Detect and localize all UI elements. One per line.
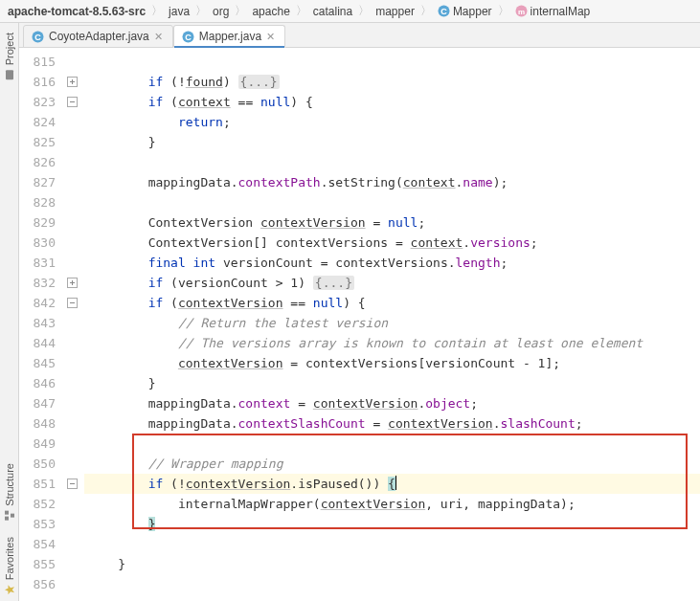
fold-toggle-expanded[interactable]	[67, 97, 78, 107]
svg-rect-6	[5, 511, 9, 515]
breadcrumb-item[interactable]: catalina	[311, 5, 354, 18]
project-icon	[4, 69, 15, 80]
line-number[interactable]: 844	[19, 333, 56, 353]
star-icon	[4, 584, 15, 595]
line-number[interactable]: 846	[19, 373, 56, 393]
svg-text:m: m	[518, 8, 525, 16]
line-number[interactable]: 849	[19, 434, 56, 454]
line-number[interactable]: 824	[19, 112, 56, 132]
line-number[interactable]: 850	[19, 454, 56, 474]
code-line[interactable]	[84, 574, 700, 594]
code-content[interactable]: if (!found) {...} if (context == null) {…	[84, 48, 700, 601]
class-icon: C	[32, 31, 44, 43]
class-icon: C	[438, 5, 450, 17]
tool-tab-project[interactable]: Project	[2, 27, 17, 86]
svg-text:C: C	[34, 33, 41, 42]
code-line[interactable]: // Return the latest version	[84, 313, 700, 333]
breadcrumb-item-method[interactable]: m internalMap	[513, 5, 593, 18]
line-number[interactable]: 827	[19, 172, 56, 192]
editor-tab-mapper[interactable]: C Mapper.java ✕	[173, 25, 285, 48]
code-line[interactable]: // The versions array is known to contai…	[84, 333, 700, 353]
code-line[interactable]: }	[84, 514, 700, 534]
line-number[interactable]: 825	[19, 132, 56, 152]
breadcrumb-item[interactable]: apache	[250, 5, 291, 18]
line-number[interactable]: 853	[19, 514, 56, 534]
line-number-gutter[interactable]: 815 816 823 824 825 826 827 828 829 830 …	[19, 48, 65, 601]
line-number[interactable]: 823	[19, 92, 56, 112]
code-line-current[interactable]: if (!contextVersion.isPaused()) {	[84, 474, 700, 494]
line-number[interactable]: 829	[19, 212, 56, 233]
code-line[interactable]: ContextVersion[] contextVersions = conte…	[84, 233, 700, 253]
fold-toggle-collapsed[interactable]	[67, 77, 78, 87]
code-line[interactable]	[84, 192, 700, 212]
code-line[interactable]: contextVersion = contextVersions[version…	[84, 353, 700, 373]
code-line[interactable]: if (contextVersion == null) {	[84, 293, 700, 313]
fold-toggle-expanded[interactable]	[67, 298, 78, 308]
line-number[interactable]: 856	[19, 574, 56, 594]
line-number[interactable]: 848	[19, 413, 56, 434]
line-number[interactable]: 843	[19, 313, 56, 333]
code-line[interactable]: }	[84, 554, 700, 574]
fold-toggle-expanded[interactable]	[67, 479, 78, 489]
line-number[interactable]: 816	[19, 72, 56, 92]
breadcrumb-sep: 〉	[149, 3, 165, 19]
line-number[interactable]: 855	[19, 554, 56, 574]
tab-label: CoyoteAdapter.java	[49, 30, 149, 43]
code-line[interactable]: if (!found) {...}	[84, 72, 700, 92]
close-icon[interactable]: ✕	[154, 31, 163, 43]
line-number[interactable]: 851	[19, 474, 56, 494]
line-number[interactable]: 826	[19, 152, 56, 172]
code-line[interactable]: // Wrapper mapping	[84, 454, 700, 474]
code-line[interactable]: if (versionCount > 1) {...}	[84, 273, 700, 293]
folded-region[interactable]: {...}	[238, 75, 280, 89]
editor-tab-row: C CoyoteAdapter.java ✕ C Mapper.java ✕	[19, 23, 700, 48]
breadcrumb-item[interactable]: org	[211, 5, 231, 18]
svg-text:C: C	[440, 7, 447, 16]
svg-marker-8	[5, 585, 14, 594]
code-line[interactable]	[84, 152, 700, 172]
svg-rect-7	[11, 514, 14, 518]
breadcrumb-item[interactable]: java	[167, 5, 192, 18]
svg-rect-4	[6, 70, 13, 79]
svg-rect-5	[5, 517, 9, 521]
code-line[interactable]: return;	[84, 112, 700, 132]
code-line[interactable]	[84, 534, 700, 554]
code-line[interactable]: ContextVersion contextVersion = null;	[84, 212, 700, 233]
fold-toggle-collapsed[interactable]	[67, 278, 78, 288]
method-icon: m	[515, 5, 528, 17]
svg-text:C: C	[185, 33, 192, 42]
editor-tab-coyoteadapter[interactable]: C CoyoteAdapter.java ✕	[23, 25, 173, 48]
tool-tab-favorites[interactable]: Favorites	[2, 531, 17, 601]
code-line[interactable]: }	[84, 373, 700, 393]
text-caret	[395, 476, 396, 490]
code-line[interactable]: internalMapWrapper(contextVersion, uri, …	[84, 494, 700, 514]
line-number[interactable]: 831	[19, 253, 56, 273]
line-number[interactable]: 847	[19, 393, 56, 413]
line-number[interactable]: 815	[19, 52, 56, 72]
code-line[interactable]	[84, 434, 700, 454]
folded-region[interactable]: {...}	[313, 276, 354, 290]
line-number[interactable]: 828	[19, 192, 56, 212]
line-number[interactable]: 854	[19, 534, 56, 554]
structure-icon	[4, 510, 15, 522]
code-line[interactable]: }	[84, 132, 700, 152]
code-line[interactable]: mappingData.contextPath.setString(contex…	[84, 172, 700, 192]
line-number[interactable]: 830	[19, 233, 56, 253]
code-editor[interactable]: 815 816 823 824 825 826 827 828 829 830 …	[19, 48, 700, 601]
close-icon[interactable]: ✕	[266, 31, 275, 43]
breadcrumb-item-class[interactable]: C Mapper	[436, 5, 494, 18]
breadcrumb-item-root[interactable]: apache-tomcat-8.5.63-src	[6, 5, 147, 18]
line-number[interactable]: 842	[19, 293, 56, 313]
code-line[interactable]: final int versionCount = contextVersions…	[84, 253, 700, 273]
breadcrumb: apache-tomcat-8.5.63-src 〉 java 〉 org 〉 …	[0, 0, 700, 23]
code-line[interactable]: mappingData.contextSlashCount = contextV…	[84, 413, 700, 434]
line-number[interactable]: 845	[19, 353, 56, 373]
line-number[interactable]: 832	[19, 273, 56, 293]
code-line[interactable]: if (context == null) {	[84, 92, 700, 112]
code-line[interactable]: mappingData.context = contextVersion.obj…	[84, 393, 700, 413]
tool-tab-structure[interactable]: Structure	[2, 457, 17, 527]
fold-gutter	[65, 48, 84, 601]
code-line[interactable]	[84, 52, 700, 72]
breadcrumb-item[interactable]: mapper	[373, 5, 417, 18]
line-number[interactable]: 852	[19, 494, 56, 514]
